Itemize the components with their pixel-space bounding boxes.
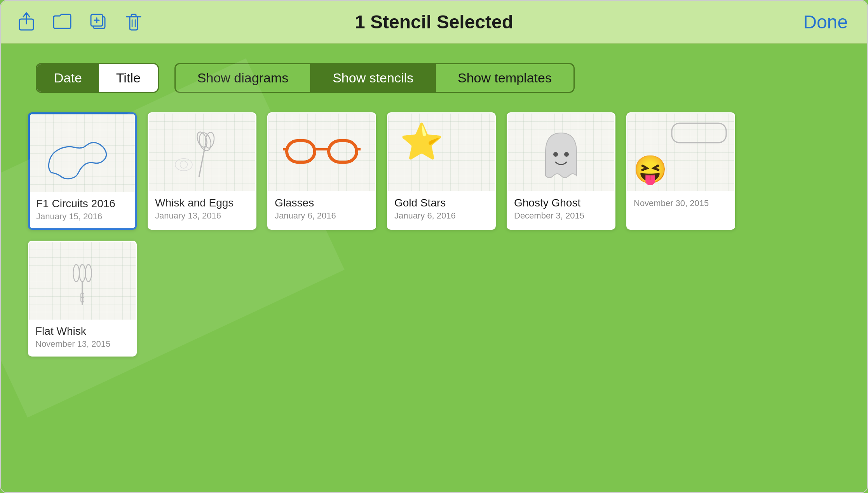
svg-point-20 [553, 152, 558, 157]
card-title: Gold Stars [394, 197, 488, 209]
card-title: F1 Circuits 2016 [36, 198, 129, 210]
card-title: Flat Whisk [35, 325, 129, 337]
svg-rect-15 [287, 141, 315, 162]
card-thumb: 😝 [627, 114, 734, 191]
card-glasses[interactable]: Glasses January 6, 2016 [267, 112, 376, 230]
share-button[interactable] [16, 11, 38, 33]
trash-button[interactable] [124, 11, 145, 33]
card-thumb [29, 242, 136, 320]
card-whisk-eggs[interactable]: Whisk and Eggs January 13, 2016 [148, 112, 256, 230]
card-date: December 3, 2015 [514, 211, 608, 221]
header: 1 Stencil Selected Done [1, 1, 867, 44]
toolbar-icons [16, 11, 145, 33]
card-date: November 30, 2015 [634, 198, 728, 208]
card-info: Ghosty Ghost December 3, 2015 [508, 191, 614, 227]
svg-point-26 [85, 264, 92, 281]
svg-point-25 [73, 264, 79, 281]
card-f1-circuits[interactable]: F1 Circuits 2016 January 15, 2016 [28, 112, 137, 230]
sort-title-button[interactable]: Title [99, 64, 158, 92]
card-ghosty-ghost[interactable]: Ghosty Ghost December 3, 2015 [507, 112, 615, 230]
card-emoji[interactable]: 😝 November 30, 2015 [626, 112, 735, 230]
card-title: Ghosty Ghost [514, 197, 608, 209]
card-thumb [30, 114, 135, 192]
star-icon: ⭐ [400, 121, 443, 162]
card-title: Glasses [275, 197, 369, 209]
sort-toggle: Date Title [36, 63, 159, 93]
controls-bar: Date Title Show diagrams Show stencils S… [24, 63, 844, 93]
card-thumb [508, 114, 614, 191]
card-date: January 6, 2016 [275, 211, 369, 221]
svg-line-9 [199, 146, 205, 177]
card-date: January 15, 2016 [36, 212, 129, 222]
svg-rect-22 [672, 123, 726, 143]
card-info: Gold Stars January 6, 2016 [388, 191, 495, 227]
card-date: January 6, 2016 [394, 211, 488, 221]
card-info: November 30, 2015 [627, 191, 734, 215]
page-title: 1 Stencil Selected [355, 11, 513, 33]
main-content: Date Title Show diagrams Show stencils S… [1, 44, 867, 493]
svg-point-21 [564, 152, 569, 157]
grinning-emoji-icon: 😝 [633, 154, 667, 185]
duplicate-button[interactable] [88, 11, 110, 33]
show-templates-button[interactable]: Show templates [436, 64, 573, 92]
filter-buttons: Show diagrams Show stencils Show templat… [174, 63, 575, 93]
card-title: Whisk and Eggs [155, 197, 249, 209]
svg-point-14 [180, 161, 187, 168]
show-diagrams-button[interactable]: Show diagrams [176, 64, 311, 92]
card-info: Glasses January 6, 2016 [268, 191, 375, 227]
svg-point-24 [79, 264, 85, 281]
card-thumb [268, 114, 375, 191]
card-gold-stars[interactable]: ⭐ Gold Stars January 6, 2016 [387, 112, 496, 230]
items-grid: F1 Circuits 2016 January 15, 2016 [24, 112, 844, 357]
card-info: Whisk and Eggs January 13, 2016 [149, 191, 255, 227]
sort-date-button[interactable]: Date [37, 64, 99, 92]
show-stencils-button[interactable]: Show stencils [311, 64, 436, 92]
card-info: F1 Circuits 2016 January 15, 2016 [30, 192, 135, 228]
card-date: January 13, 2016 [155, 211, 249, 221]
card-thumb [149, 114, 255, 191]
folder-button[interactable] [52, 11, 74, 33]
card-thumb: ⭐ [388, 114, 495, 191]
card-flat-whisk[interactable]: Flat Whisk November 13, 2015 [28, 241, 137, 357]
svg-point-13 [175, 159, 192, 171]
card-info: Flat Whisk November 13, 2015 [29, 320, 136, 355]
svg-rect-16 [329, 141, 357, 162]
card-date: November 13, 2015 [35, 339, 129, 349]
done-button[interactable]: Done [803, 11, 848, 33]
